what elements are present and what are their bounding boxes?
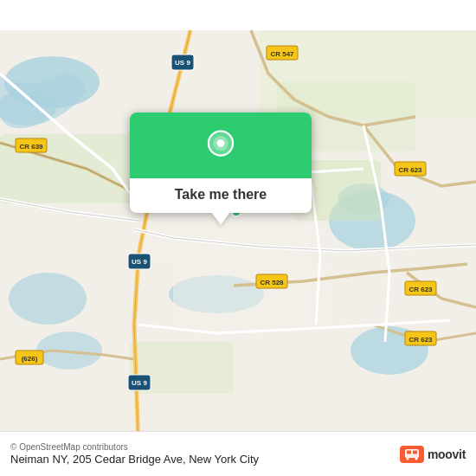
svg-rect-43	[413, 450, 417, 453]
svg-point-40	[217, 139, 225, 147]
svg-point-45	[415, 457, 417, 460]
svg-text:CR 528: CR 528	[260, 279, 284, 286]
svg-rect-15	[173, 264, 329, 333]
svg-rect-42	[407, 450, 411, 453]
location-name: Neiman NY, 205 Cedar Bridge Ave, New Yor…	[10, 453, 400, 466]
svg-text:US 9: US 9	[132, 379, 147, 387]
location-text: © OpenStreetMap contributors Neiman NY, …	[10, 442, 400, 466]
svg-text:CR 639: CR 639	[19, 143, 43, 151]
svg-text:CR 547: CR 547	[270, 50, 294, 58]
map-container: US 9 US 9 US 9 CR 547 CR 639 CR 623 CR 5…	[0, 0, 476, 476]
callout-bubble[interactable]: Take me there	[130, 113, 312, 213]
svg-text:CR 623: CR 623	[408, 286, 433, 293]
svg-text:CR 623: CR 623	[408, 336, 433, 344]
moovit-label: moovit	[428, 447, 466, 461]
svg-point-8	[9, 273, 87, 325]
location-pin-icon	[202, 128, 240, 166]
take-me-there-label: Take me there	[164, 187, 277, 203]
moovit-logo[interactable]: moovit	[400, 446, 466, 463]
svg-point-44	[406, 457, 408, 460]
callout-icon-area	[130, 113, 312, 178]
svg-text:(626): (626)	[22, 355, 38, 363]
svg-text:US 9: US 9	[175, 59, 190, 67]
moovit-bus-icon	[400, 446, 424, 463]
svg-text:CR 623: CR 623	[398, 166, 422, 174]
bottom-bar: © OpenStreetMap contributors Neiman NY, …	[0, 431, 476, 476]
osm-attribution: © OpenStreetMap contributors	[10, 442, 400, 452]
svg-text:US 9: US 9	[132, 258, 147, 266]
